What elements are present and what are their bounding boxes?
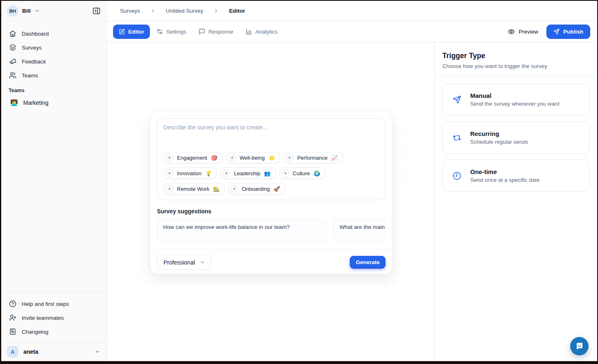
topic-chip-onboarding[interactable]: Onboarding 🚀: [228, 183, 285, 194]
star-emoji-icon: 🌟: [268, 155, 275, 161]
generate-button[interactable]: Generate: [350, 256, 385, 269]
tone-select[interactable]: Professional: [157, 255, 211, 270]
sidebar-footer: Help and first steps Invite teammates Ch…: [1, 292, 106, 361]
chevron-down-icon: [95, 349, 100, 355]
plus-icon: [166, 170, 173, 177]
suggestion-card[interactable]: What are the main ob: [333, 219, 385, 242]
technologist-emoji-icon: 🧑‍💻: [10, 99, 18, 106]
chat-bubble-smile-icon: [575, 341, 584, 351]
top-actions: Preview Publish: [508, 25, 590, 39]
sidebar-item-label: Feedback: [22, 59, 46, 65]
layers-icon: [9, 44, 16, 51]
sidebar: BH Bill Dashboard Surv: [1, 1, 106, 361]
sidebar-item-label: Teams: [22, 72, 38, 79]
workspace-switcher[interactable]: BH Bill: [1, 1, 106, 21]
panel-header: Trigger Type Choose how you want to trig…: [435, 42, 597, 76]
dart-emoji-icon: 🎯: [211, 155, 217, 161]
tabbar: Editor Settings Response Analytics: [106, 21, 597, 42]
sidebar-item-dashboard[interactable]: Dashboard: [5, 27, 102, 41]
tab-editor[interactable]: Editor: [113, 25, 150, 39]
send-icon: [553, 29, 559, 35]
plus-icon: [223, 170, 230, 177]
survey-generator-card: Describe the survey you want to create..…: [150, 111, 392, 274]
topic-chip-remote-work[interactable]: Remote Work 🏡: [163, 183, 225, 194]
sidebar-collapse-button[interactable]: [92, 7, 101, 15]
topic-chip-leadership[interactable]: Leadership 👥: [220, 167, 276, 179]
trigger-option-recurring[interactable]: Recurring Schedule regular sends: [442, 122, 590, 154]
sidebar-item-feedback[interactable]: Feedback: [5, 54, 102, 68]
editor-canvas: Describe the survey you want to create..…: [106, 42, 434, 361]
sidebar-item-label: Surveys: [22, 45, 42, 51]
preview-button[interactable]: Preview: [508, 28, 538, 35]
chip-label: Engagement: [177, 155, 207, 161]
pencil-square-icon: [119, 29, 125, 35]
breadcrumb: Surveys Untitled Survey Editor: [106, 1, 597, 21]
people-emoji-icon: 👥: [264, 170, 271, 176]
topic-chip-culture[interactable]: Culture 🌍: [279, 167, 326, 179]
chevron-down-icon: [200, 260, 205, 265]
rocket-emoji-icon: 🚀: [273, 186, 280, 192]
plus-icon: [229, 154, 236, 161]
chip-label: Leadership: [234, 170, 260, 176]
option-description: Send the survey whenever you want: [470, 101, 559, 107]
sidebar-item-changelog[interactable]: Changelog: [5, 325, 102, 339]
sidebar-nav: Dashboard Surveys Feedback Teams: [1, 21, 106, 82]
tone-value: Professional: [163, 259, 195, 266]
sidebar-item-help[interactable]: Help and first steps: [5, 297, 102, 311]
trigger-option-one-time[interactable]: One-time Send once at a specific date: [442, 160, 590, 192]
panel-subtitle: Choose how you want to trigger the surve…: [442, 63, 589, 69]
help-circle-icon: [9, 300, 16, 307]
topic-chip-engagement[interactable]: Engagement 🎯: [163, 152, 223, 163]
chip-label: Culture: [293, 170, 310, 176]
survey-suggestions-label: Survey suggestions: [157, 208, 385, 215]
panel-collapse-icon: [92, 7, 101, 15]
topic-chip-performance[interactable]: Performance 📈: [283, 152, 343, 163]
user-menu[interactable]: A aneta: [1, 342, 106, 361]
chevron-down-icon: [34, 8, 40, 14]
breadcrumb-untitled-survey[interactable]: Untitled Survey: [166, 8, 204, 14]
survey-description-input[interactable]: Describe the survey you want to create..…: [157, 118, 385, 200]
home-icon: [9, 30, 16, 37]
sidebar-item-label: Help and first steps: [22, 301, 69, 307]
panel-title: Trigger Type: [442, 52, 589, 60]
sidebar-item-surveys[interactable]: Surveys: [5, 41, 102, 54]
topic-chips: Engagement 🎯 Well-being 🌟 Performance 📈: [163, 152, 379, 194]
user-plus-icon: [9, 314, 16, 321]
option-title: One-time: [470, 168, 540, 175]
workspace-avatar: BH: [7, 5, 18, 17]
option-title: Manual: [470, 92, 559, 99]
topic-chip-innovation[interactable]: Innovation 💡: [163, 167, 217, 179]
sidebar-item-teams[interactable]: Teams: [5, 68, 102, 82]
topic-chip-wellbeing[interactable]: Well-being 🌟: [226, 152, 280, 163]
chip-label: Onboarding: [242, 186, 270, 192]
generator-footer: Professional Generate: [157, 255, 385, 270]
plus-icon: [166, 185, 173, 192]
tab-analytics[interactable]: Analytics: [240, 25, 283, 39]
publish-button[interactable]: Publish: [546, 25, 590, 39]
tab-label: Response: [208, 29, 233, 35]
plus-icon: [282, 170, 289, 177]
tab-settings[interactable]: Settings: [151, 25, 192, 39]
input-placeholder: Describe the survey you want to create..…: [163, 124, 379, 131]
breadcrumb-surveys[interactable]: Surveys: [120, 8, 140, 14]
plus-icon: [286, 154, 293, 161]
publish-label: Publish: [563, 29, 583, 35]
sidebar-item-invite[interactable]: Invite teammates: [5, 311, 102, 325]
chip-label: Well-being: [240, 155, 265, 161]
plus-icon: [231, 185, 238, 192]
trigger-option-manual[interactable]: Manual Send the survey whenever you want: [442, 84, 590, 115]
tab-response[interactable]: Response: [193, 25, 239, 39]
repeat-icon: [453, 133, 461, 142]
option-title: Recurring: [470, 130, 528, 137]
option-description: Send once at a specific date: [470, 177, 540, 183]
suggestion-card[interactable]: How can we improve work-life balance in …: [157, 219, 326, 242]
chevron-right-icon: [213, 8, 219, 14]
chat-launcher-button[interactable]: [570, 337, 589, 355]
message-square-icon: [199, 28, 205, 35]
chart-emoji-icon: 📈: [331, 155, 338, 161]
user-name: aneta: [23, 348, 39, 355]
sliders-icon: [156, 28, 163, 35]
trigger-type-panel: Trigger Type Choose how you want to trig…: [434, 42, 597, 361]
sidebar-item-marketing[interactable]: 🧑‍💻 Marketing: [5, 95, 102, 110]
preview-label: Preview: [519, 29, 538, 35]
